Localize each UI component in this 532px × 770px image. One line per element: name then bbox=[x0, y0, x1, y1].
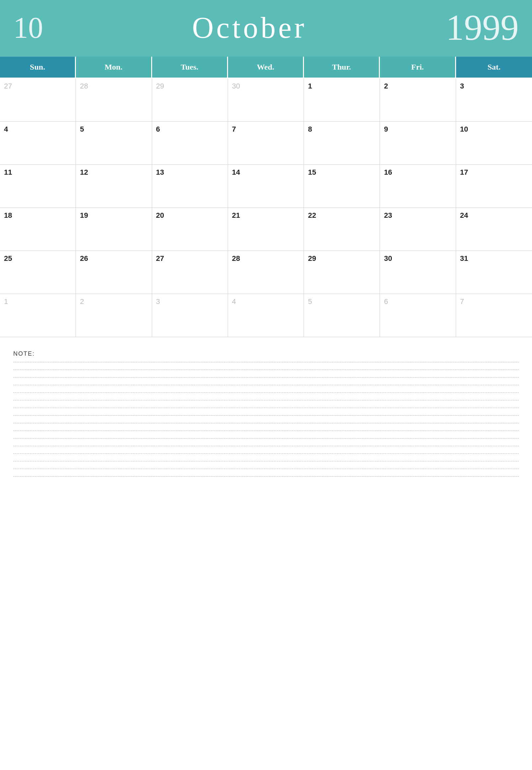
day-number: 6 bbox=[384, 297, 388, 306]
day-number: 16 bbox=[384, 168, 392, 176]
day-number: 4 bbox=[4, 125, 8, 133]
day-number: 2 bbox=[80, 297, 84, 306]
cal-cell: 27 bbox=[0, 79, 76, 122]
cal-cell: 16 bbox=[380, 165, 456, 208]
day-number: 4 bbox=[232, 297, 236, 306]
cal-cell: 12 bbox=[76, 165, 152, 208]
day-number: 30 bbox=[232, 82, 240, 90]
month-name: October bbox=[53, 11, 446, 45]
cal-cell: 29 bbox=[152, 79, 228, 122]
cal-cell: 29 bbox=[304, 251, 380, 294]
day-number: 29 bbox=[308, 254, 316, 263]
cal-cell: 5 bbox=[76, 122, 152, 165]
note-line bbox=[13, 453, 519, 454]
note-line bbox=[13, 408, 519, 408]
note-line bbox=[13, 438, 519, 439]
cal-cell: 15 bbox=[304, 165, 380, 208]
day-headers-row: Sun.Mon.Tues.Wed.Thur.Fri.Sat. bbox=[0, 57, 532, 79]
day-number: 3 bbox=[460, 82, 464, 90]
note-line bbox=[13, 431, 519, 431]
day-number: 29 bbox=[156, 82, 164, 90]
cal-cell: 2 bbox=[76, 294, 152, 337]
note-line bbox=[13, 423, 519, 423]
cal-cell: 27 bbox=[152, 251, 228, 294]
note-line bbox=[13, 392, 519, 393]
day-number: 31 bbox=[460, 254, 468, 263]
day-number: 12 bbox=[80, 168, 88, 176]
note-line bbox=[13, 476, 519, 477]
month-number: 10 bbox=[13, 11, 53, 45]
day-number: 27 bbox=[156, 254, 164, 263]
cal-cell: 17 bbox=[456, 165, 532, 208]
cal-cell: 30 bbox=[228, 79, 304, 122]
year: 1999 bbox=[446, 7, 519, 49]
note-line bbox=[13, 446, 519, 446]
day-number: 2 bbox=[384, 82, 388, 90]
note-line bbox=[13, 400, 519, 400]
cal-cell: 7 bbox=[456, 294, 532, 337]
calendar-wrapper: Sun.Mon.Tues.Wed.Thur.Fri.Sat. 272829301… bbox=[0, 55, 532, 337]
cal-cell: 5 bbox=[304, 294, 380, 337]
note-line bbox=[13, 370, 519, 370]
cal-cell: 6 bbox=[152, 122, 228, 165]
day-number: 1 bbox=[4, 297, 8, 306]
day-number: 3 bbox=[156, 297, 160, 306]
day-number: 8 bbox=[308, 125, 312, 133]
cal-cell: 13 bbox=[152, 165, 228, 208]
day-number: 10 bbox=[460, 125, 468, 133]
cal-cell: 26 bbox=[76, 251, 152, 294]
day-number: 13 bbox=[156, 168, 164, 176]
day-number: 18 bbox=[4, 211, 12, 219]
cal-cell: 24 bbox=[456, 208, 532, 251]
cal-cell: 19 bbox=[76, 208, 152, 251]
day-number: 23 bbox=[384, 211, 392, 219]
cal-cell: 28 bbox=[76, 79, 152, 122]
day-header-sun: Sun. bbox=[0, 57, 76, 79]
cal-cell: 3 bbox=[152, 294, 228, 337]
day-number: 30 bbox=[384, 254, 392, 263]
notes-section: NOTE: bbox=[0, 340, 532, 491]
cal-cell: 8 bbox=[304, 122, 380, 165]
day-number: 21 bbox=[232, 211, 240, 219]
notes-label: NOTE: bbox=[13, 350, 519, 357]
day-number: 15 bbox=[308, 168, 316, 176]
day-number: 19 bbox=[80, 211, 88, 219]
note-line bbox=[13, 461, 519, 461]
cal-cell: 1 bbox=[304, 79, 380, 122]
day-header-thu: Thur. bbox=[304, 57, 380, 79]
note-lines bbox=[13, 362, 519, 477]
day-number: 7 bbox=[460, 297, 464, 306]
note-line bbox=[13, 377, 519, 378]
day-number: 6 bbox=[156, 125, 160, 133]
day-number: 17 bbox=[460, 168, 468, 176]
cal-cell: 28 bbox=[228, 251, 304, 294]
cal-cell: 1 bbox=[0, 294, 76, 337]
cal-cell: 10 bbox=[456, 122, 532, 165]
day-number: 24 bbox=[460, 211, 468, 219]
day-number: 28 bbox=[232, 254, 240, 263]
day-number: 22 bbox=[308, 211, 316, 219]
day-number: 5 bbox=[80, 125, 84, 133]
day-number: 9 bbox=[384, 125, 388, 133]
calendar-grid: 2728293012345678910111213141516171819202… bbox=[0, 79, 532, 337]
cal-cell: 14 bbox=[228, 165, 304, 208]
calendar-header: 10 October 1999 bbox=[0, 0, 532, 55]
day-number: 14 bbox=[232, 168, 240, 176]
day-number: 20 bbox=[156, 211, 164, 219]
cal-cell: 21 bbox=[228, 208, 304, 251]
day-number: 26 bbox=[80, 254, 88, 263]
cal-cell: 31 bbox=[456, 251, 532, 294]
cal-cell: 9 bbox=[380, 122, 456, 165]
cal-cell: 7 bbox=[228, 122, 304, 165]
cal-cell: 4 bbox=[228, 294, 304, 337]
day-header-sat: Sat. bbox=[456, 57, 532, 79]
cal-cell: 4 bbox=[0, 122, 76, 165]
day-number: 7 bbox=[232, 125, 236, 133]
cal-cell: 3 bbox=[456, 79, 532, 122]
day-number: 28 bbox=[80, 82, 88, 90]
cal-cell: 23 bbox=[380, 208, 456, 251]
note-line bbox=[13, 469, 519, 469]
note-line bbox=[13, 362, 519, 362]
day-header-fri: Fri. bbox=[380, 57, 456, 79]
cal-cell: 20 bbox=[152, 208, 228, 251]
